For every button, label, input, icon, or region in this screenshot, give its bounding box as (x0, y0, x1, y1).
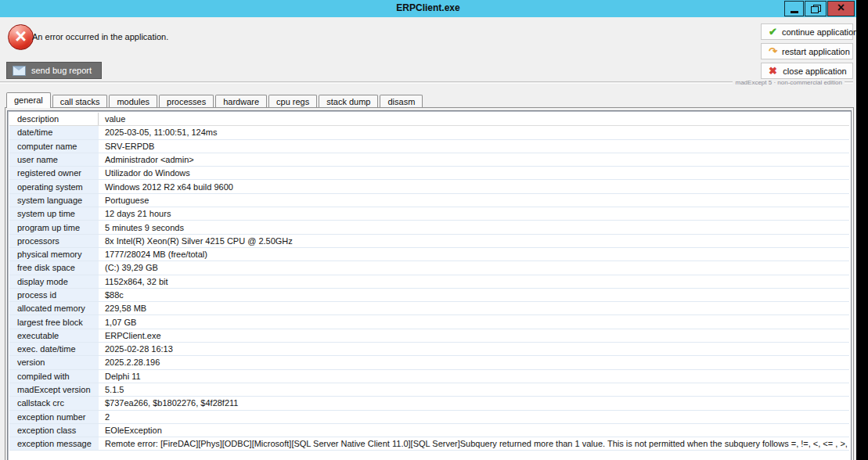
row-description: registered owner (9, 167, 99, 179)
table-row[interactable]: user nameAdministrador <admin> (9, 153, 849, 167)
table-row[interactable]: exception messageRemote error: [FireDAC]… (9, 437, 849, 451)
row-description: exec. date/time (9, 343, 99, 355)
app-window: ERPClient.exe × × An error occurred in t… (0, 0, 856, 460)
table-row[interactable]: compiled withDelphi 11 (9, 370, 849, 383)
green-check-icon: ✔ (766, 26, 780, 38)
row-description: madExcept version (9, 383, 99, 396)
row-description: physical memory (9, 248, 99, 261)
table-row[interactable]: system up time12 days 21 hours (9, 207, 849, 221)
row-value: ERPClient.exe (99, 329, 849, 342)
row-description: system up time (9, 207, 99, 220)
restore-icon (811, 5, 821, 13)
table-row[interactable]: largest free block1,07 GB (9, 315, 849, 329)
close-application-button[interactable]: ✖close application (761, 63, 853, 79)
tab-disasm[interactable]: disasm (380, 95, 423, 108)
table-row[interactable]: computer nameSRV-ERPDB (9, 140, 849, 153)
row-description: date/time (9, 126, 99, 138)
table-row[interactable]: physical memory1777/28024 MB (free/total… (9, 248, 849, 261)
row-value: 8x Intel(R) Xeon(R) Silver 4215 CPU @ 2.… (99, 235, 849, 247)
divider-line-short (845, 81, 853, 84)
row-value: Remote error: [FireDAC][Phys][ODBC][Micr… (99, 437, 849, 450)
table-row[interactable]: exception number2 (9, 411, 849, 424)
column-header-value[interactable]: value (99, 113, 849, 125)
edition-note: madExcept 5 · non-commercial edition (735, 79, 842, 86)
tab-hardware[interactable]: hardware (215, 95, 267, 108)
tab-modules[interactable]: modules (109, 95, 157, 108)
info-grid: description value date/time2025-03-05, 1… (7, 110, 852, 460)
row-description: compiled with (9, 370, 99, 383)
red-cross-icon: ✖ (766, 65, 780, 77)
row-value: 1152x864, 32 bit (99, 275, 849, 288)
table-row[interactable]: executableERPClient.exe (9, 329, 849, 343)
tab-call-stacks[interactable]: call stacks (52, 95, 108, 108)
restart-arrow-icon: ↷ (766, 45, 780, 57)
row-description: exception number (9, 411, 99, 423)
restore-button[interactable] (805, 1, 827, 16)
row-description: computer name (9, 140, 99, 153)
row-value: SRV-ERPDB (99, 140, 849, 153)
table-row[interactable]: program up time5 minutes 9 seconds (9, 221, 849, 234)
edition-divider: madExcept 5 · non-commercial edition (0, 78, 853, 87)
tab-general[interactable]: general (6, 92, 51, 108)
row-description: system language (9, 194, 99, 207)
column-header-description[interactable]: description (9, 113, 99, 125)
table-row[interactable]: registered ownerUtilizador do Windows (9, 167, 849, 180)
row-description: callstack crc (9, 397, 99, 409)
tab-cpu-regs[interactable]: cpu regs (268, 95, 317, 108)
row-description: display mode (9, 275, 99, 288)
tab-page-general: description value date/time2025-03-05, 1… (5, 107, 854, 460)
table-row[interactable]: free disk space(C:) 39,29 GB (9, 261, 849, 275)
row-description: version (9, 356, 99, 368)
titlebar: ERPClient.exe × (0, 0, 856, 17)
table-row[interactable]: exception classEOleException (9, 424, 849, 437)
row-value: Utilizador do Windows (99, 167, 849, 179)
row-value: $737ea266, $b1802276, $4f28f211 (99, 397, 849, 409)
error-message-text: An error occurred in the application. (32, 32, 168, 41)
row-description: largest free block (9, 315, 99, 328)
table-row[interactable]: date/time2025-03-05, 11:00:51, 124ms (9, 126, 849, 139)
table-row[interactable]: exec. date/time2025-02-28 16:13 (9, 343, 849, 356)
table-row[interactable]: system languagePortuguese (9, 194, 849, 207)
row-description: executable (9, 329, 99, 342)
table-row[interactable]: allocated memory229,58 MB (9, 302, 849, 315)
tab-strip: generalcall stacksmodulesprocesseshardwa… (6, 92, 424, 108)
close-button[interactable]: × (827, 1, 855, 16)
row-value: $88c (99, 289, 849, 301)
row-value: 5 minutes 9 seconds (99, 221, 849, 233)
row-value: 2025-03-05, 11:00:51, 124ms (99, 126, 849, 138)
envelope-icon (13, 66, 26, 76)
row-value: Portuguese (99, 194, 849, 207)
table-row[interactable]: display mode1152x864, 32 bit (9, 275, 849, 289)
action-label: close application (782, 66, 848, 76)
window-title: ERPClient.exe (0, 2, 856, 13)
row-value: (C:) 39,29 GB (99, 261, 849, 274)
continue-application-button[interactable]: ✔continue application (761, 23, 853, 40)
tab-stack-dump[interactable]: stack dump (319, 95, 378, 108)
close-icon: × (837, 2, 845, 14)
row-value: 2 (99, 411, 849, 423)
table-row[interactable]: callstack crc$737ea266, $b1802276, $4f28… (9, 397, 849, 410)
table-row[interactable]: version2025.2.28.196 (9, 356, 849, 369)
row-value: Administrador <admin> (99, 153, 849, 166)
grid-header-row: description value (9, 113, 849, 126)
table-row[interactable]: operating systemWindows 2012 R2 x64 buil… (9, 180, 849, 193)
error-x-glyph: × (15, 27, 27, 46)
action-label: restart application (782, 47, 850, 56)
minimize-button[interactable] (784, 1, 804, 16)
tab-processes[interactable]: processes (159, 95, 214, 108)
row-value: 2025-02-28 16:13 (99, 343, 849, 355)
send-bug-report-label: send bug report (31, 66, 92, 75)
table-row[interactable]: madExcept version5.1.5 (9, 383, 849, 397)
table-row[interactable]: process id$88c (9, 289, 849, 302)
minimize-icon (791, 11, 798, 13)
row-value: 1777/28024 MB (free/total) (99, 248, 849, 261)
row-value: Windows 2012 R2 x64 build 9600 (99, 180, 849, 192)
restart-application-button[interactable]: ↷restart application (761, 43, 853, 59)
row-description: exception message (9, 437, 99, 450)
row-description: user name (9, 153, 99, 166)
info-table-body: date/time2025-03-05, 11:00:51, 124mscomp… (9, 126, 849, 451)
send-bug-report-button[interactable]: send bug report (6, 62, 102, 79)
row-value: 1,07 GB (99, 315, 849, 328)
row-value: 2025.2.28.196 (99, 356, 849, 368)
table-row[interactable]: processors8x Intel(R) Xeon(R) Silver 421… (9, 235, 849, 248)
